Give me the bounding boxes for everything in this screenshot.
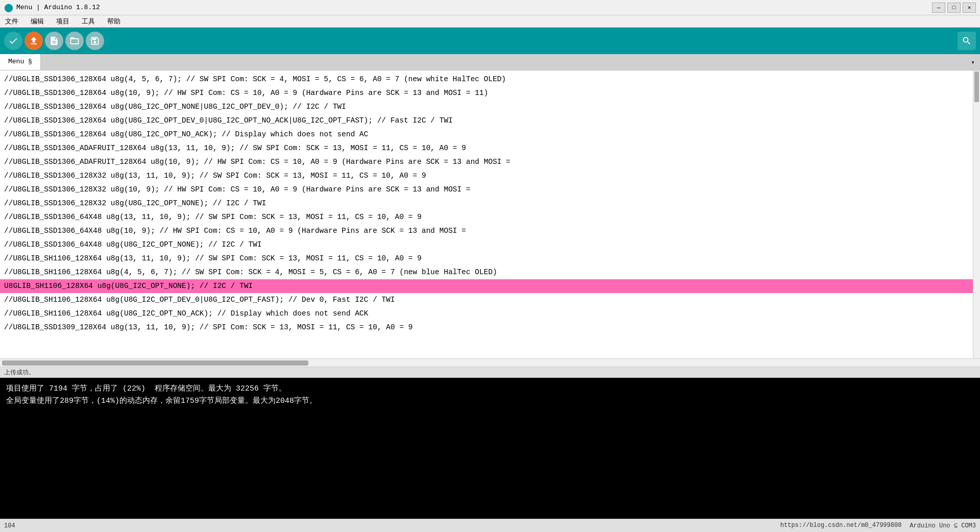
main-layout: //U8GLIB_SSD1306_128X64 u8g(4, 5, 6, 7);… (0, 70, 980, 532)
toolbar (0, 28, 980, 54)
code-line: //U8GLIB_SSD1306_64X48 u8g(13, 11, 10, 9… (0, 210, 973, 224)
code-line: //U8GLIB_SSD1306_128X32 u8g(10, 9); // H… (0, 183, 973, 197)
status-bar: 上传成功。 (0, 367, 980, 378)
code-line: //U8GLIB_SH1106_128X64 u8g(U8G_I2C_OPT_N… (0, 307, 973, 321)
code-line: U8GLIB_SH1106_128X64 u8g(U8G_I2C_OPT_NON… (0, 279, 973, 293)
code-line: //U8GLIB_SSD1309_128X64 u8g(13, 11, 10, … (0, 321, 973, 334)
upload-button[interactable] (24, 32, 43, 50)
code-line: //U8GLIB_SSD1306_64X48 u8g(U8G_I2C_OPT_N… (0, 238, 973, 252)
code-line: //U8GLIB_SSD1306_128X64 u8g(10, 9); // H… (0, 86, 973, 100)
menu-file[interactable]: 文件 (2, 16, 21, 27)
save-button[interactable] (86, 32, 104, 50)
console-area: 项目使用了 7194 字节，占用了 (22%) 程序存储空间。最大为 32256… (0, 378, 980, 532)
hscroll-thumb[interactable] (2, 360, 308, 366)
tab-dropdown[interactable]: ▾ (966, 54, 980, 70)
status-text: 上传成功。 (4, 368, 35, 377)
titlebar-left: ⬤ Menu | Arduino 1.8.12 (4, 3, 100, 13)
new-button[interactable] (45, 32, 63, 50)
code-line: //U8GLIB_SSD1306_128X64 u8g(4, 5, 6, 7);… (0, 72, 973, 86)
line-number: 104 (4, 522, 15, 529)
menu-project[interactable]: 项目 (53, 16, 72, 27)
csdn-link: https://blog.csdn.net/m0_47999808 (780, 522, 902, 529)
code-line: //U8GLIB_SSD1306_128X32 u8g(13, 11, 10, … (0, 169, 973, 183)
bottom-bar: 104 https://blog.csdn.net/m0_47999808 Ar… (0, 519, 980, 532)
editor-row: //U8GLIB_SSD1306_128X64 u8g(4, 5, 6, 7);… (0, 70, 980, 358)
close-button[interactable]: ✕ (963, 3, 976, 13)
bottom-bar-right: https://blog.csdn.net/m0_47999808 Arduin… (780, 522, 976, 529)
console-line-2: 全局变量使用了289字节，(14%)的动态内存，余留1759字节局部变量。最大为… (6, 395, 974, 407)
editor-content[interactable]: //U8GLIB_SSD1306_128X64 u8g(4, 5, 6, 7);… (0, 70, 973, 358)
code-line: //U8GLIB_SSD1306_ADAFRUIT_128X64 u8g(10,… (0, 155, 973, 169)
verify-button[interactable] (4, 32, 22, 50)
console-line-1: 项目使用了 7194 字节，占用了 (22%) 程序存储空间。最大为 32256… (6, 383, 974, 395)
vertical-scrollbar[interactable] (973, 70, 980, 358)
code-line: //U8GLIB_SSD1306_128X32 u8g(U8G_I2C_OPT_… (0, 197, 973, 210)
minimize-button[interactable]: — (932, 3, 945, 13)
horizontal-scrollbar[interactable] (0, 358, 980, 367)
code-line: //U8GLIB_SSD1306_ADAFRUIT_128X64 u8g(13,… (0, 141, 973, 155)
open-button[interactable] (65, 32, 84, 50)
window-title: Menu | Arduino 1.8.12 (16, 4, 100, 11)
code-line: //U8GLIB_SH1106_128X64 u8g(13, 11, 10, 9… (0, 252, 973, 265)
titlebar: ⬤ Menu | Arduino 1.8.12 — □ ✕ (0, 0, 980, 15)
menubar: 文件 编辑 项目 工具 帮助 (0, 15, 980, 28)
editor-section: //U8GLIB_SSD1306_128X64 u8g(4, 5, 6, 7);… (0, 70, 980, 367)
code-line: //U8GLIB_SSD1306_128X64 u8g(U8G_I2C_OPT_… (0, 100, 973, 114)
code-line: //U8GLIB_SSD1306_128X64 u8g(U8G_I2C_OPT_… (0, 128, 973, 141)
code-line: //U8GLIB_SH1106_128X64 u8g(U8G_I2C_OPT_D… (0, 293, 973, 307)
menu-help[interactable]: 帮助 (104, 16, 124, 27)
menu-tools[interactable]: 工具 (79, 16, 98, 27)
titlebar-controls: — □ ✕ (932, 3, 976, 13)
tab-label: Menu § (8, 58, 32, 65)
tabbar: Menu § ▾ (0, 54, 980, 70)
code-line: //U8GLIB_SH1106_128X64 u8g(4, 5, 6, 7); … (0, 265, 973, 279)
board-info: Arduino Uno ⊆ COM3 (910, 522, 976, 529)
chevron-down-icon: ▾ (971, 59, 974, 66)
code-line: //U8GLIB_SSD1306_64X48 u8g(10, 9); // HW… (0, 224, 973, 238)
menu-edit[interactable]: 编辑 (28, 16, 47, 27)
tab-menu[interactable]: Menu § (0, 54, 41, 70)
maximize-button[interactable]: □ (947, 3, 961, 13)
search-button[interactable] (958, 32, 976, 50)
app-icon: ⬤ (4, 3, 13, 13)
vscroll-thumb[interactable] (974, 71, 979, 102)
code-line: //U8GLIB_SSD1306_128X64 u8g(U8G_I2C_OPT_… (0, 114, 973, 128)
